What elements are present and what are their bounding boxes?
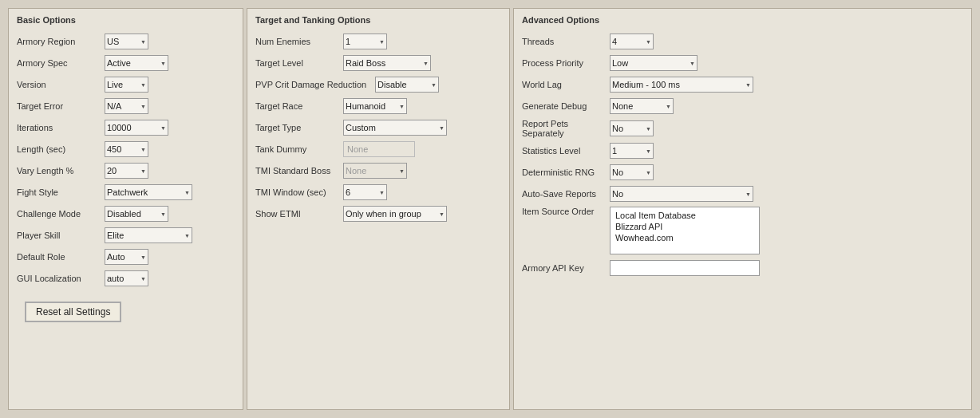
armory-spec-select[interactable]: ActivePrimarySecondary [105, 55, 168, 71]
deterministic-rng-select[interactable]: NoYes [610, 164, 654, 180]
player-skill-select-wrapper: EliteGoodAveragePoor [105, 227, 192, 243]
target-error-label: Target Error [17, 101, 105, 111]
auto-save-reports-select[interactable]: NoYes [610, 186, 753, 202]
statistics-level-row: Statistics Level 1234 [522, 142, 963, 160]
player-skill-label: Player Skill [17, 231, 105, 240]
pvp-crit-select[interactable]: DisableEnable [375, 77, 439, 93]
threads-row: Threads 1248 [522, 33, 963, 50]
default-role-label: Default Role [17, 252, 105, 262]
gui-localization-label: GUI Localization [17, 274, 105, 283]
tmi-window-label: TMI Window (sec) [255, 187, 343, 197]
item-source-order-listbox[interactable]: Local Item Database Blizzard API Wowhead… [610, 207, 760, 254]
target-level-label: Target Level [255, 58, 343, 68]
generate-debug-row: Generate Debug NoneLogFull [522, 97, 963, 115]
show-etmi-row: Show ETMI Only when in groupAlwaysNever [255, 205, 501, 223]
armory-api-key-input[interactable] [610, 260, 760, 276]
main-container: Basic Options Armory Region USEUTWKRCN A… [0, 0, 980, 418]
advanced-options-title: Advanced Options [522, 15, 963, 25]
target-type-select-wrapper: CustomNoneAddAOE_Patchwerk [343, 120, 447, 136]
challenge-mode-row: Challenge Mode DisabledEnabled [17, 205, 235, 223]
vary-length-select[interactable]: 0102030 [105, 163, 148, 179]
world-lag-row: World Lag Low - 25 msMedium - 100 msHigh… [522, 76, 963, 93]
player-skill-select[interactable]: EliteGoodAveragePoor [105, 227, 192, 243]
statistics-level-label: Statistics Level [522, 146, 610, 156]
armory-spec-row: Armory Spec ActivePrimarySecondary [17, 54, 235, 72]
target-level-row: Target Level Raid BossDungeon BossPlayer… [255, 54, 501, 72]
iterations-select-wrapper: 10005000100002500050000 [105, 120, 168, 136]
basic-options-panel: Basic Options Armory Region USEUTWKRCN A… [8, 8, 243, 410]
target-error-select[interactable]: N/A0.10.51.0 [105, 98, 148, 114]
world-lag-select[interactable]: Low - 25 msMedium - 100 msHigh - 150 msV… [610, 77, 753, 93]
armory-api-key-row: Armory API Key [522, 259, 963, 277]
challenge-mode-select[interactable]: DisabledEnabled [105, 206, 168, 222]
list-item[interactable]: Blizzard API [614, 221, 756, 232]
target-race-select[interactable]: HumanoidBeastDemonUndeadDragonkin [343, 98, 407, 114]
process-priority-row: Process Priority LowNormalHighHighest [522, 54, 963, 72]
armory-api-key-label: Armory API Key [522, 263, 610, 273]
target-level-select-wrapper: Raid BossDungeon BossPlayer+1+2+3 [343, 55, 431, 71]
item-source-order-label: Item Source Order [522, 207, 610, 216]
target-type-label: Target Type [255, 123, 343, 132]
target-error-row: Target Error N/A0.10.51.0 [17, 97, 235, 115]
target-race-select-wrapper: HumanoidBeastDemonUndeadDragonkin [343, 98, 407, 114]
armory-region-select-wrapper: USEUTWKRCN [105, 34, 148, 49]
default-role-row: Default Role AutoDPSTankHealer [17, 248, 235, 266]
vary-length-select-wrapper: 0102030 [105, 163, 148, 179]
version-label: Version [17, 80, 105, 89]
auto-save-reports-select-wrapper: NoYes [610, 186, 753, 202]
tmi-standard-boss-row: TMI Standard Boss None [255, 162, 501, 179]
armory-spec-label: Armory Spec [17, 58, 105, 68]
armory-region-row: Armory Region USEUTWKRCN [17, 33, 235, 50]
process-priority-select-wrapper: LowNormalHighHighest [610, 55, 697, 71]
default-role-select[interactable]: AutoDPSTankHealer [105, 249, 148, 265]
list-item[interactable]: Wowhead.com [614, 232, 756, 243]
target-options-title: Target and Tanking Options [255, 15, 501, 25]
report-pets-select[interactable]: NoYes [610, 120, 654, 136]
show-etmi-select-wrapper: Only when in groupAlwaysNever [343, 206, 447, 222]
num-enemies-select[interactable]: 123510 [343, 34, 387, 49]
num-enemies-label: Num Enemies [255, 37, 343, 46]
length-select[interactable]: 300400450600 [105, 141, 148, 157]
threads-select-wrapper: 1248 [610, 34, 654, 49]
pvp-crit-select-wrapper: DisableEnable [375, 77, 439, 93]
fight-style-select[interactable]: PatchwerkHecticAddCleaveUltraxionCasting… [105, 184, 192, 200]
length-label: Length (sec) [17, 144, 105, 154]
tank-dummy-input[interactable] [343, 141, 415, 157]
generate-debug-select-wrapper: NoneLogFull [610, 98, 674, 114]
version-select[interactable]: LivePTRBeta [105, 77, 148, 93]
generate-debug-select[interactable]: NoneLogFull [610, 98, 674, 114]
deterministic-rng-row: Deterministic RNG NoYes [522, 164, 963, 181]
target-level-select[interactable]: Raid BossDungeon BossPlayer+1+2+3 [343, 55, 431, 71]
statistics-level-select[interactable]: 1234 [610, 143, 654, 159]
armory-region-label: Armory Region [17, 37, 105, 46]
vary-length-label: Vary Length % [17, 166, 105, 175]
iterations-label: Iterations [17, 123, 105, 132]
advanced-options-panel: Advanced Options Threads 1248 Process Pr… [513, 8, 972, 410]
tmi-standard-boss-select[interactable]: None [343, 163, 407, 179]
world-lag-label: World Lag [522, 80, 610, 89]
pvp-crit-label: PVP Crit Damage Reduction [255, 80, 375, 89]
show-etmi-select[interactable]: Only when in groupAlwaysNever [343, 206, 447, 222]
reset-all-settings-button[interactable]: Reset all Settings [25, 302, 121, 322]
default-role-select-wrapper: AutoDPSTankHealer [105, 249, 148, 265]
target-error-select-wrapper: N/A0.10.51.0 [105, 98, 148, 114]
length-row: Length (sec) 300400450600 [17, 140, 235, 158]
challenge-mode-select-wrapper: DisabledEnabled [105, 206, 168, 222]
threads-select[interactable]: 1248 [610, 34, 654, 49]
basic-options-title: Basic Options [17, 15, 235, 25]
num-enemies-select-wrapper: 123510 [343, 34, 387, 49]
target-type-select[interactable]: CustomNoneAddAOE_Patchwerk [343, 120, 447, 136]
tmi-window-select[interactable]: 361020 [343, 184, 387, 200]
world-lag-select-wrapper: Low - 25 msMedium - 100 msHigh - 150 msV… [610, 77, 753, 93]
list-item[interactable]: Local Item Database [614, 210, 756, 221]
process-priority-select[interactable]: LowNormalHighHighest [610, 55, 697, 71]
iterations-select[interactable]: 10005000100002500050000 [105, 120, 168, 136]
generate-debug-label: Generate Debug [522, 101, 610, 111]
tmi-window-select-wrapper: 361020 [343, 184, 387, 200]
armory-region-select[interactable]: USEUTWKRCN [105, 34, 148, 49]
gui-localization-select[interactable]: autoendefrzh [105, 270, 148, 286]
vary-length-row: Vary Length % 0102030 [17, 162, 235, 179]
version-row: Version LivePTRBeta [17, 76, 235, 93]
fight-style-label: Fight Style [17, 187, 105, 197]
show-etmi-label: Show ETMI [255, 209, 343, 219]
